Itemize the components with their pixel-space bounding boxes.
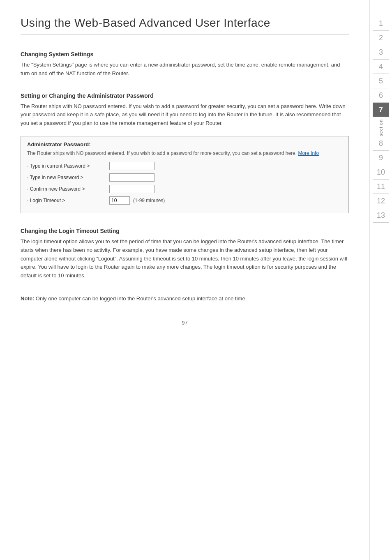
sidebar-section-label: section	[378, 119, 383, 136]
section-changing-system: Changing System Settings The "System Set…	[21, 51, 349, 78]
note-label: Note:	[21, 295, 34, 302]
new-password-label: · Type in new Password >	[27, 175, 109, 180]
sidebar-numbers: 1 2 3 4 5 6 7 section 8 9 10 11 12 13	[373, 16, 389, 223]
confirm-password-label: · Confirm new Password >	[27, 186, 109, 192]
sidebar-num-5: 5	[373, 74, 389, 88]
current-password-label: · Type in current Password >	[27, 163, 109, 169]
new-password-row: · Type in new Password >	[27, 173, 342, 182]
page-title: Using the Web-Based Advanced User Interf…	[21, 16, 349, 35]
section-text-login: The login timeout option allows you to s…	[21, 237, 349, 280]
sidebar-num-7: 7	[373, 103, 389, 117]
login-timeout-row: · Login Timeout > (1-99 minutes)	[27, 196, 342, 205]
section-heading-password: Setting or Changing the Administrator Pa…	[21, 92, 349, 99]
sidebar-num-9: 9	[373, 151, 389, 165]
sidebar-num-10: 10	[373, 165, 389, 180]
more-info-link[interactable]: More Info	[298, 150, 319, 156]
sidebar-num-8: 8	[373, 136, 389, 151]
note-text: Only one computer can be logged into the…	[36, 295, 247, 302]
section-heading-system: Changing System Settings	[21, 51, 349, 58]
sidebar: 1 2 3 4 5 6 7 section 8 9 10 11 12 13	[369, 0, 392, 560]
login-timeout-input[interactable]	[109, 196, 130, 205]
password-box-desc: The Router ships with NO password entere…	[27, 150, 342, 157]
section-text-password: The Router ships with NO password entere…	[21, 102, 349, 128]
sidebar-num-2: 2	[373, 31, 389, 45]
sidebar-num-12: 12	[373, 194, 389, 208]
new-password-input[interactable]	[109, 173, 154, 182]
current-password-row: · Type in current Password >	[27, 162, 342, 170]
password-box: Administrator Password: The Router ships…	[21, 136, 349, 213]
login-timeout-label: · Login Timeout >	[27, 198, 109, 203]
note-block: Note: Only one computer can be logged in…	[21, 295, 349, 303]
sidebar-num-1: 1	[373, 16, 389, 31]
current-password-input[interactable]	[109, 162, 154, 170]
password-box-title: Administrator Password:	[27, 141, 342, 147]
sidebar-num-6: 6	[373, 88, 389, 103]
section-setting-password: Setting or Changing the Administrator Pa…	[21, 92, 349, 213]
section-text-system: The "System Settings" page is where you …	[21, 61, 349, 78]
login-timeout-hint: (1-99 minutes)	[133, 198, 165, 203]
sidebar-num-3: 3	[373, 45, 389, 60]
sidebar-num-4: 4	[373, 60, 389, 74]
sidebar-num-13: 13	[373, 208, 389, 223]
page-number: 97	[21, 311, 349, 334]
sidebar-num-11: 11	[373, 180, 389, 194]
confirm-password-input[interactable]	[109, 185, 154, 193]
section-heading-login: Changing the Login Timeout Setting	[21, 228, 349, 234]
section-changing-login: Changing the Login Timeout Setting The l…	[21, 228, 349, 280]
confirm-password-row: · Confirm new Password >	[27, 185, 342, 193]
